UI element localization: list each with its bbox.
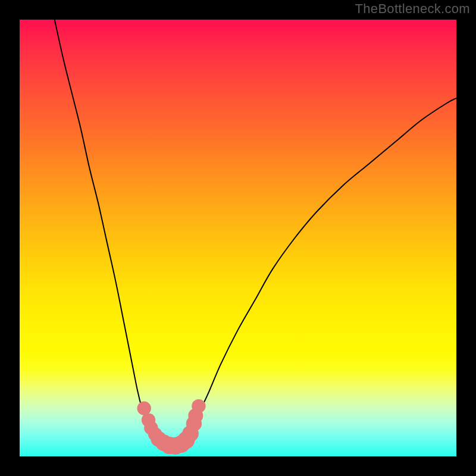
watermark-text: TheBottleneck.com	[355, 1, 470, 17]
min-marker	[192, 399, 205, 413]
right-curve	[186, 98, 456, 434]
curves-layer	[20, 20, 456, 456]
min-markers	[137, 399, 206, 455]
plot-area	[20, 20, 456, 456]
chart-frame: TheBottleneck.com	[0, 0, 476, 476]
left-curve	[55, 20, 159, 434]
